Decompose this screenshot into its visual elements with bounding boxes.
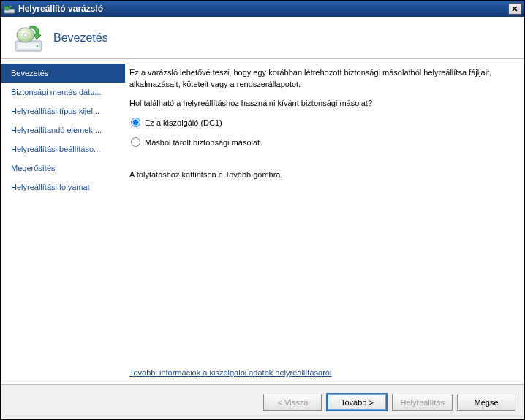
- cancel-button[interactable]: Mégse: [457, 394, 515, 411]
- radio-this-server-label: Ez a kiszolgáló (DC1): [145, 118, 222, 127]
- step-confirm[interactable]: Megerősítés: [1, 159, 125, 177]
- radio-this-server[interactable]: [131, 118, 140, 127]
- back-button: < Vissza: [263, 394, 322, 411]
- intro-text: Ez a varázsló lehetővé teszi, hogy egy k…: [129, 66, 510, 90]
- sidebar: Bevezetés Biztonsági mentés dátu... Hely…: [1, 59, 125, 384]
- step-backup-date[interactable]: Biztonsági mentés dátu...: [1, 83, 125, 102]
- app-icon: [4, 3, 15, 15]
- continue-instruction: A folytatáshoz kattintson a Tovább gombr…: [129, 170, 510, 179]
- footer-buttons: < Vissza Tovább > Helyreállítás Mégse: [1, 384, 524, 419]
- close-button[interactable]: [508, 3, 521, 15]
- header-band: Bevezetés: [1, 17, 524, 59]
- header-icon: [12, 22, 45, 54]
- backup-location-question: Hol található a helyreállításhoz használ…: [129, 99, 510, 107]
- step-items[interactable]: Helyreállítandó elemek ...: [1, 121, 125, 140]
- recover-button: Helyreállítás: [392, 394, 453, 411]
- svg-point-6: [23, 33, 28, 37]
- wizard-window: Helyreállító varázsló: [0, 0, 525, 420]
- content-pane: Ez a varázsló lehetővé teszi, hogy egy k…: [125, 59, 524, 384]
- step-bevezetes[interactable]: Bevezetés: [1, 64, 125, 83]
- window-title: Helyreállító varázsló: [18, 4, 508, 14]
- radio-elsewhere-label: Máshol tárolt biztonsági másolat: [145, 138, 260, 147]
- radio-elsewhere[interactable]: [131, 137, 140, 147]
- body: Bevezetés Biztonsági mentés dátu... Hely…: [1, 59, 524, 384]
- titlebar: Helyreállító varázsló: [1, 1, 524, 17]
- svg-point-4: [37, 45, 38, 46]
- radio-this-server-row[interactable]: Ez a kiszolgáló (DC1): [131, 118, 510, 127]
- radio-elsewhere-row[interactable]: Máshol tárolt biztonsági másolat: [131, 137, 510, 147]
- step-progress[interactable]: Helyreállítási folyamat: [1, 177, 125, 196]
- step-recovery-type[interactable]: Helyreállítási típus kijel...: [1, 102, 125, 121]
- next-button[interactable]: Tovább >: [326, 393, 388, 411]
- page-title: Bevezetés: [53, 31, 108, 45]
- more-info-link[interactable]: További információk a kiszolgálói adatok…: [129, 368, 331, 377]
- spacer: [129, 179, 510, 368]
- svg-point-1: [4, 6, 10, 10]
- step-options[interactable]: Helyreállítási beállításo...: [1, 140, 125, 159]
